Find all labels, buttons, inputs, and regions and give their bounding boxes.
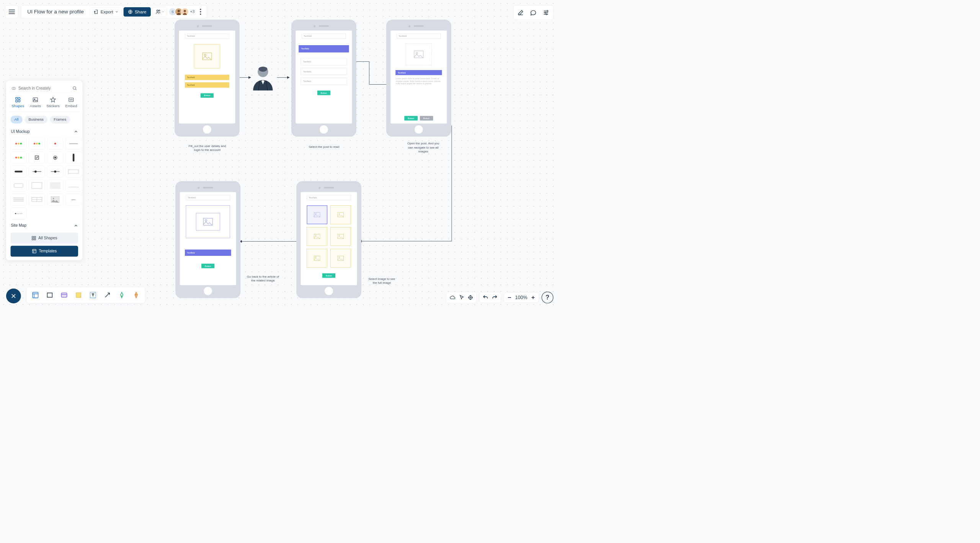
shape-window-mac[interactable] — [10, 138, 26, 150]
button: Button — [201, 93, 214, 98]
star-icon — [50, 97, 56, 103]
image-placeholder — [186, 205, 230, 238]
connector-arrow[interactable] — [238, 239, 299, 244]
collaborators-button[interactable] — [152, 7, 167, 16]
undo-icon[interactable] — [482, 294, 488, 301]
tool-arrow[interactable] — [102, 289, 113, 301]
svg-point-7 — [546, 14, 547, 15]
phone-login[interactable]: Textfield Textfield Textfield Button — [175, 20, 240, 137]
avatar-stack[interactable]: S +3 — [169, 8, 195, 16]
canvas[interactable]: Textfield Textfield Textfield Button Fil… — [0, 0, 559, 309]
button: Button — [420, 116, 433, 121]
phone-posts[interactable]: Textfield Textfield Textfield Textfield … — [291, 20, 356, 137]
tool-pen[interactable] — [116, 289, 127, 301]
chip-frames[interactable]: Frames — [50, 116, 70, 124]
settings-button[interactable] — [541, 7, 552, 18]
phone-gallery[interactable]: Textfield Button — [296, 181, 361, 298]
edit-button[interactable] — [515, 7, 526, 18]
shape-input[interactable] — [65, 166, 82, 178]
close-panel-fab[interactable] — [6, 289, 21, 304]
svg-point-3 — [178, 10, 180, 12]
cursor-icon[interactable] — [459, 295, 465, 301]
shape-textarea[interactable] — [29, 180, 45, 191]
button: Button — [201, 264, 215, 268]
templates-button[interactable]: Templates — [10, 246, 78, 257]
caption: Go back to the article of the related im… — [247, 275, 279, 283]
bottom-right-controls: 100% ? — [446, 292, 554, 304]
svg-point-54 — [339, 235, 340, 236]
zoom-out-icon[interactable] — [507, 295, 512, 300]
tool-frame[interactable] — [30, 289, 41, 301]
svg-point-12 — [18, 98, 20, 100]
textfield: Textfield — [186, 195, 230, 200]
share-label: Share — [135, 9, 146, 14]
tool-sticky[interactable] — [73, 289, 84, 301]
phone-post-detail[interactable]: Textfield Textfield Lorem ipsum dolor si… — [386, 20, 451, 137]
phone-article[interactable]: Textfield Textfield Button — [175, 181, 240, 298]
shape-label[interactable]: LABEL — [65, 194, 82, 206]
share-button[interactable]: Share — [123, 7, 150, 17]
shape-window-mac-2[interactable] — [10, 152, 26, 164]
tab-embed[interactable]: Embed — [65, 97, 77, 109]
tab-assets[interactable]: Assets — [30, 97, 41, 109]
more-options-button[interactable] — [196, 9, 205, 15]
shape-scrollbar-vertical[interactable] — [65, 152, 82, 164]
tool-container[interactable] — [59, 289, 70, 301]
shape-table[interactable] — [29, 194, 45, 206]
main-menu-button[interactable] — [5, 5, 18, 18]
shape-list[interactable] — [10, 194, 26, 206]
svg-point-6 — [545, 12, 546, 13]
comments-button[interactable] — [528, 7, 539, 18]
chip-business[interactable]: Business — [24, 116, 47, 124]
redo-icon[interactable] — [492, 294, 498, 301]
shape-pagination[interactable] — [10, 208, 26, 219]
cloud-sync-group — [446, 292, 477, 303]
tool-rectangle[interactable] — [44, 289, 55, 301]
cloud-icon[interactable] — [449, 294, 456, 301]
export-button[interactable]: Export — [90, 7, 122, 16]
all-shapes-button[interactable]: All Shapes — [10, 233, 78, 244]
shape-window-slim[interactable] — [65, 138, 82, 150]
template-icon — [32, 249, 37, 254]
search-icon[interactable] — [72, 86, 77, 91]
top-toolbar: UI Flow for a new profile Export Share S… — [5, 5, 207, 18]
shape-checkbox[interactable] — [29, 152, 45, 164]
shape-scrollbar-horizontal[interactable] — [10, 166, 26, 178]
shape-button[interactable] — [10, 180, 26, 191]
avatar[interactable] — [181, 8, 189, 16]
hamburger-icon — [9, 10, 15, 14]
section-site-map[interactable]: Site Map — [9, 221, 80, 230]
shape-slider-2[interactable] — [47, 166, 63, 178]
chat-icon — [530, 10, 537, 16]
search-input[interactable] — [18, 86, 70, 91]
section-ui-mockup[interactable]: UI Mockup — [9, 127, 80, 136]
person-shape[interactable] — [251, 64, 275, 90]
svg-rect-11 — [16, 98, 18, 100]
button: Button — [322, 273, 336, 278]
svg-point-24 — [54, 170, 56, 173]
zoom-percent[interactable]: 100% — [515, 295, 528, 301]
tool-highlighter[interactable] — [131, 289, 142, 301]
chip-all[interactable]: All — [10, 116, 22, 124]
textfield: Textfield — [185, 75, 229, 80]
shape-window-dot[interactable] — [47, 138, 63, 150]
textfield: Textfield — [301, 58, 347, 65]
help-button[interactable]: ? — [542, 292, 554, 304]
more-avatars-count[interactable]: +3 — [190, 10, 194, 14]
shape-dropdown[interactable] — [65, 180, 82, 191]
shape-card[interactable] — [47, 180, 63, 191]
tool-text[interactable] — [88, 289, 99, 301]
image-placeholder — [406, 43, 432, 65]
shape-slider[interactable] — [29, 166, 45, 178]
zoom-in-icon[interactable] — [531, 295, 536, 300]
document-title[interactable]: UI Flow for a new profile — [23, 9, 88, 15]
shape-window-mac-wide[interactable] — [29, 138, 45, 150]
tab-stickers[interactable]: Stickers — [46, 97, 59, 109]
textfield-selected: Textfield — [299, 45, 349, 52]
pan-icon[interactable] — [467, 295, 473, 301]
shape-radio[interactable] — [47, 152, 63, 164]
toolbar-group: UI Flow for a new profile Export Share S… — [21, 5, 207, 18]
people-icon — [155, 9, 161, 15]
tab-shapes[interactable]: Shapes — [11, 97, 24, 109]
shape-image[interactable] — [47, 194, 63, 206]
